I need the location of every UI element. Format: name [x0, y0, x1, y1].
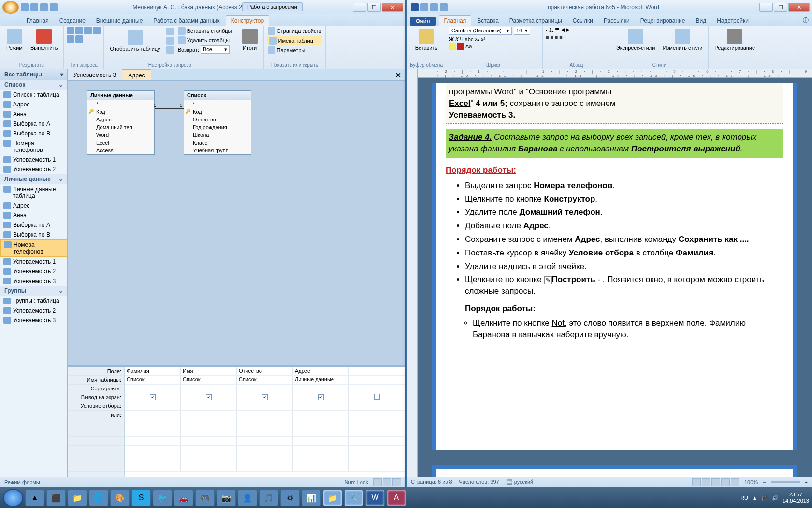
qbe-cell[interactable]: [293, 463, 349, 471]
table-field[interactable]: Учебная групп: [184, 147, 251, 154]
qbe-cell[interactable]: [181, 454, 237, 463]
query-design-surface[interactable]: Личные данные *КодАдресДомашний телWordE…: [68, 81, 405, 365]
update-icon[interactable]: [93, 27, 101, 34]
taskbar-game-3[interactable]: 🎮: [195, 490, 215, 506]
qbe-cell[interactable]: [349, 411, 405, 419]
qbe-cell[interactable]: [125, 454, 181, 463]
tab-create[interactable]: Создание: [55, 16, 90, 26]
view-read-icon[interactable]: [702, 478, 710, 486]
change-styles-button[interactable]: Изменить стили: [660, 27, 705, 53]
align-right-button[interactable]: ≡: [555, 34, 558, 40]
align-left-button[interactable]: ≡: [546, 34, 549, 40]
qbe-cell[interactable]: [349, 446, 405, 454]
table-names-button[interactable]: Имена таблиц: [267, 36, 323, 45]
qbe-cell[interactable]: [237, 437, 293, 445]
qbe-cell[interactable]: [125, 446, 181, 454]
editing-button[interactable]: Редактирование: [711, 27, 758, 53]
return-combo[interactable]: Возврат:Все▾: [177, 45, 233, 54]
table-field[interactable]: Access: [87, 147, 154, 154]
taskbar-app-7[interactable]: 📊: [302, 490, 321, 506]
maximize-button[interactable]: ☐: [774, 3, 787, 12]
qbe-cell[interactable]: [125, 402, 181, 410]
nav-item[interactable]: Успеваемость 2: [0, 164, 67, 174]
qbe-cell[interactable]: [125, 419, 181, 428]
view-design-icon[interactable]: [392, 478, 401, 486]
paste-button[interactable]: Вставить: [410, 27, 443, 53]
taskbar-folder[interactable]: 📁: [323, 490, 342, 506]
taskbar-game-1[interactable]: 🐦: [153, 490, 172, 506]
tab-layout[interactable]: Разметка страницы: [505, 16, 567, 26]
office-button[interactable]: [2, 1, 19, 14]
nav-group-header[interactable]: Личные данные⌄: [0, 174, 67, 184]
status-words[interactable]: Число слов: 997: [459, 479, 499, 485]
qbe-cell[interactable]: [237, 446, 293, 454]
qat-redo-icon[interactable]: [40, 3, 48, 11]
nav-item[interactable]: Выборка по А: [0, 119, 67, 129]
zoom-slider[interactable]: [771, 481, 800, 483]
strike-button[interactable]: abc: [465, 36, 474, 42]
nav-item[interactable]: Успеваемость 1: [0, 155, 67, 164]
doc-tab-adres[interactable]: Адрес: [122, 69, 151, 80]
tray-clock[interactable]: 23:57 14.04.2013: [783, 492, 809, 504]
close-tab-button[interactable]: ✕: [391, 69, 405, 80]
qbe-cell[interactable]: [181, 463, 237, 471]
qbe-cell[interactable]: [181, 437, 237, 445]
tab-dbtools[interactable]: Работа с базами данных: [148, 16, 224, 26]
table-field[interactable]: Отчество: [184, 116, 251, 123]
taskbar-app-5[interactable]: 🎵: [259, 490, 278, 506]
view-sql-icon[interactable]: [383, 478, 392, 486]
horizontal-ruler[interactable]: · 2 · | · 1 · | · · · | · 1 · | · 2 · | …: [418, 69, 812, 78]
append-icon[interactable]: [84, 27, 92, 34]
table-field[interactable]: Word: [87, 131, 154, 139]
taskbar-game-2[interactable]: 🚗: [174, 490, 193, 506]
tab-view[interactable]: Вид: [691, 16, 711, 26]
insert-cols-button[interactable]: Вставить столбцы: [177, 27, 233, 35]
qbe-cell[interactable]: [349, 367, 405, 375]
qbe-cell[interactable]: [125, 437, 181, 445]
tray-lang[interactable]: RU: [740, 495, 748, 501]
close-button[interactable]: ✕: [788, 3, 810, 12]
close-button[interactable]: ✕: [382, 3, 403, 12]
bullets-button[interactable]: •: [546, 27, 548, 33]
nav-header[interactable]: Все таблицы▾: [0, 69, 67, 80]
word-app-icon[interactable]: [411, 3, 419, 11]
parameters-button[interactable]: Параметры: [267, 46, 323, 55]
taskbar-access[interactable]: A: [387, 490, 406, 506]
qat-undo-icon[interactable]: [30, 3, 38, 11]
nav-item[interactable]: Успеваемость 2: [0, 306, 67, 315]
tray-flag-icon[interactable]: ▲: [752, 495, 757, 501]
qbe-cell[interactable]: [181, 402, 237, 410]
qbe-cell[interactable]: Отчество: [237, 367, 293, 375]
qbe-cell[interactable]: [181, 385, 237, 393]
table-field[interactable]: Школа: [184, 131, 251, 139]
table-field[interactable]: *: [184, 100, 251, 108]
taskbar-skype[interactable]: S: [131, 490, 151, 506]
qat-more-icon[interactable]: [50, 3, 58, 11]
qat-undo-icon[interactable]: [430, 3, 438, 11]
taskbar-app-6[interactable]: ⚙: [280, 490, 300, 506]
qbe-cell[interactable]: [237, 428, 293, 436]
qbe-cell[interactable]: [349, 463, 405, 471]
tab-home[interactable]: Главная: [22, 16, 54, 26]
status-lang[interactable]: 🔤 русский: [506, 479, 534, 485]
qbe-cell[interactable]: [125, 463, 181, 471]
qbe-cell[interactable]: [181, 446, 237, 454]
indent-dec-button[interactable]: ◀: [561, 27, 565, 33]
subscript-button[interactable]: x₂: [475, 36, 479, 42]
totals-button[interactable]: Итоги: [239, 27, 261, 53]
qbe-cell[interactable]: [349, 454, 405, 463]
qbe-cell[interactable]: [293, 428, 349, 436]
nav-item[interactable]: Выборка по В: [0, 129, 67, 138]
nav-item[interactable]: Успеваемость 2: [0, 267, 67, 276]
nav-item[interactable]: Номера телефонов: [0, 239, 67, 257]
taskbar-chrome[interactable]: 🌐: [89, 490, 108, 506]
nav-item[interactable]: Анна: [0, 210, 67, 220]
view-button[interactable]: Режим: [3, 27, 26, 53]
table-field[interactable]: Домашний тел: [87, 123, 154, 131]
table-field[interactable]: Год рождения: [184, 123, 251, 131]
qbe-cell[interactable]: Имя: [181, 367, 237, 375]
table-field[interactable]: *: [87, 100, 154, 108]
builder-button[interactable]: [165, 45, 175, 54]
taskbar-word[interactable]: W: [365, 490, 385, 506]
qbe-cell[interactable]: [293, 411, 349, 419]
